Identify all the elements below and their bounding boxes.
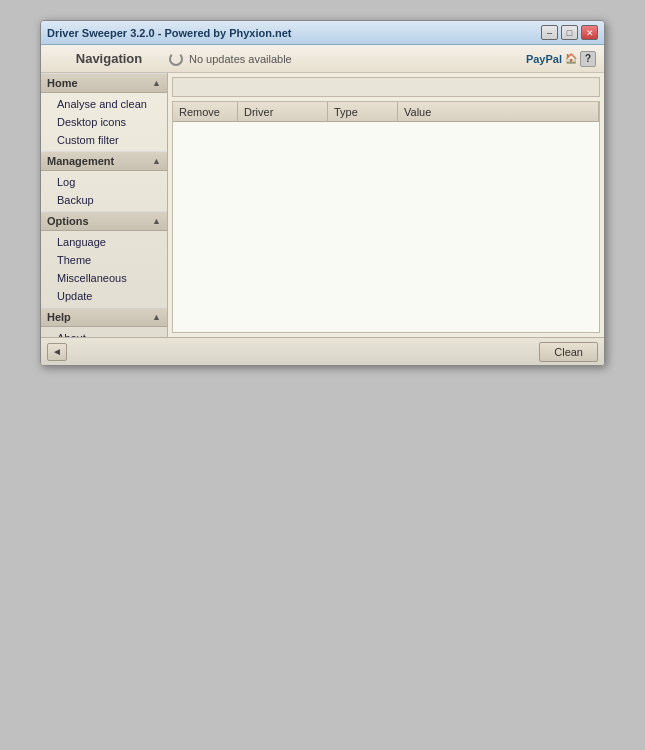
- sidebar-item-custom[interactable]: Custom filter: [41, 131, 167, 149]
- help-button[interactable]: ?: [580, 51, 596, 67]
- content-area: Remove Driver Type Value: [168, 73, 604, 337]
- search-bar[interactable]: [172, 77, 600, 97]
- section-options-items: Language Theme Miscellaneous Update: [41, 231, 167, 307]
- section-help-items: About: [41, 327, 167, 337]
- sidebar-item-update[interactable]: Update: [41, 287, 167, 305]
- back-button[interactable]: ◄: [47, 343, 67, 361]
- section-header-home[interactable]: Home ▲: [41, 73, 167, 93]
- sidebar-item-miscellaneous[interactable]: Miscellaneous: [41, 269, 167, 287]
- clean-button[interactable]: Clean: [539, 342, 598, 362]
- paypal-area: PayPal 🏠 ?: [526, 51, 596, 67]
- nav-title-label: Navigation: [49, 51, 169, 66]
- app-body: Navigation No updates available PayPal 🏠…: [41, 45, 604, 365]
- header-bar: Navigation No updates available PayPal 🏠…: [41, 45, 604, 73]
- section-help-collapse-icon: ▲: [152, 312, 161, 322]
- sidebar-item-analyse[interactable]: Analyse and clean: [41, 95, 167, 113]
- section-header-options[interactable]: Options ▲: [41, 211, 167, 231]
- sidebar-item-theme[interactable]: Theme: [41, 251, 167, 269]
- sidebar-item-language[interactable]: Language: [41, 233, 167, 251]
- section-management-items: Log Backup: [41, 171, 167, 211]
- update-spinner-icon: [169, 52, 183, 66]
- main-content: Home ▲ Analyse and clean Desktop icons C…: [41, 73, 604, 337]
- update-status-text: No updates available: [189, 53, 292, 65]
- sidebar-item-backup[interactable]: Backup: [41, 191, 167, 209]
- sidebar: Home ▲ Analyse and clean Desktop icons C…: [41, 73, 168, 337]
- table-body: [173, 122, 599, 332]
- section-management-label: Management: [47, 155, 114, 167]
- window-title: Driver Sweeper 3.2.0 - Powered by Phyxio…: [47, 27, 292, 39]
- maximize-button[interactable]: □: [561, 25, 578, 40]
- sidebar-item-desktop[interactable]: Desktop icons: [41, 113, 167, 131]
- section-home-collapse-icon: ▲: [152, 78, 161, 88]
- section-help-label: Help: [47, 311, 71, 323]
- paypal-icon: 🏠: [565, 53, 577, 64]
- section-header-management[interactable]: Management ▲: [41, 151, 167, 171]
- app-window: Driver Sweeper 3.2.0 - Powered by Phyxio…: [40, 20, 605, 366]
- minimize-button[interactable]: –: [541, 25, 558, 40]
- table-header: Remove Driver Type Value: [173, 102, 599, 122]
- window-controls: – □ ✕: [541, 25, 598, 40]
- col-header-type: Type: [328, 102, 398, 121]
- sidebar-item-about[interactable]: About: [41, 329, 167, 337]
- header-right: No updates available PayPal 🏠 ?: [169, 51, 596, 67]
- section-management-collapse-icon: ▲: [152, 156, 161, 166]
- title-bar: Driver Sweeper 3.2.0 - Powered by Phyxio…: [41, 21, 604, 45]
- section-options-label: Options: [47, 215, 89, 227]
- section-options-collapse-icon: ▲: [152, 216, 161, 226]
- main-table: Remove Driver Type Value: [172, 101, 600, 333]
- section-home-label: Home: [47, 77, 78, 89]
- section-header-help[interactable]: Help ▲: [41, 307, 167, 327]
- paypal-label: PayPal: [526, 53, 562, 65]
- bottom-bar: ◄ Clean: [41, 337, 604, 365]
- col-header-value: Value: [398, 102, 599, 121]
- close-button[interactable]: ✕: [581, 25, 598, 40]
- col-header-remove: Remove: [173, 102, 238, 121]
- sidebar-item-log[interactable]: Log: [41, 173, 167, 191]
- col-header-driver: Driver: [238, 102, 328, 121]
- section-home-items: Analyse and clean Desktop icons Custom f…: [41, 93, 167, 151]
